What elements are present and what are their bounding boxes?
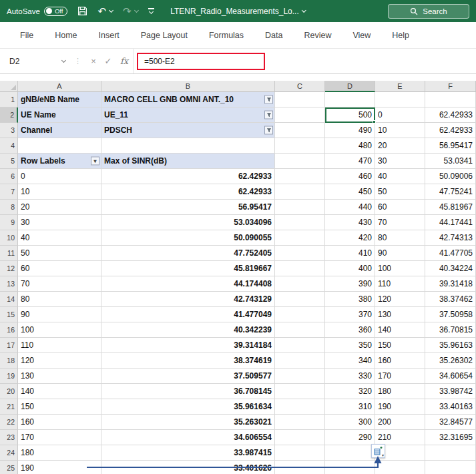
cell-B16[interactable]: 40.342239	[101, 322, 275, 338]
cell-B17[interactable]: 39.314184	[101, 338, 275, 353]
cell-C9[interactable]	[275, 215, 325, 230]
cell-D7[interactable]: 450	[325, 184, 375, 200]
row-header-11[interactable]: 11	[0, 246, 18, 261]
cell-B22[interactable]: 35.263021	[101, 415, 275, 430]
row-header-7[interactable]: 7	[0, 184, 18, 200]
cell-B13[interactable]: 44.174408	[101, 276, 275, 292]
cell-C6[interactable]	[275, 169, 325, 184]
row-header-3[interactable]: 3	[0, 123, 18, 138]
cell-D21[interactable]: 310	[325, 399, 375, 415]
cell-B6[interactable]: 62.42933	[101, 169, 275, 184]
cell-A14[interactable]: 80	[18, 292, 101, 307]
cell-F25[interactable]	[425, 461, 476, 474]
cell-B4[interactable]	[101, 138, 275, 154]
cell-E2[interactable]: 0	[375, 107, 425, 123]
cell-E16[interactable]: 140	[375, 322, 425, 338]
tab-help[interactable]: Help	[381, 31, 420, 40]
cell-C8[interactable]	[275, 200, 325, 215]
row-header-21[interactable]: 21	[0, 399, 18, 415]
filter-icon[interactable]	[264, 95, 273, 104]
row-header-4[interactable]: 4	[0, 138, 18, 154]
cell-C21[interactable]	[275, 399, 325, 415]
cell-C15[interactable]	[275, 307, 325, 322]
cell-D9[interactable]: 430	[325, 215, 375, 230]
cell-C17[interactable]	[275, 338, 325, 353]
cell-F21[interactable]: 33.40163	[425, 399, 476, 415]
cell-C10[interactable]	[275, 230, 325, 246]
cell-F17[interactable]: 35.96163	[425, 338, 476, 353]
row-header-17[interactable]: 17	[0, 338, 18, 353]
tab-data[interactable]: Data	[254, 31, 293, 40]
row-header-18[interactable]: 18	[0, 353, 18, 369]
cell-F3[interactable]: 62.42933	[425, 123, 476, 138]
cell-B18[interactable]: 38.374619	[101, 353, 275, 369]
cell-E19[interactable]: 170	[375, 369, 425, 384]
cell-D19[interactable]: 330	[325, 369, 375, 384]
undo-button[interactable]: ↶	[97, 6, 113, 16]
cell-E13[interactable]: 110	[375, 276, 425, 292]
cell-B11[interactable]: 47.752405	[101, 246, 275, 261]
row-header-5[interactable]: 5	[0, 154, 18, 169]
cell-F11[interactable]: 41.47705	[425, 246, 476, 261]
cell-B25[interactable]: 33.401626	[101, 461, 275, 474]
column-header-D[interactable]: D	[325, 81, 375, 92]
fill-handle[interactable]	[373, 120, 376, 124]
filter-icon[interactable]	[264, 126, 273, 135]
cell-C24[interactable]	[275, 445, 325, 461]
cell-B8[interactable]: 56.95417	[101, 200, 275, 215]
cell-F18[interactable]: 35.26302	[425, 353, 476, 369]
cell-F20[interactable]: 33.98742	[425, 384, 476, 399]
cell-B12[interactable]: 45.819667	[101, 261, 275, 276]
cell-F9[interactable]: 44.17441	[425, 215, 476, 230]
cell-A18[interactable]: 120	[18, 353, 101, 369]
formula-bar-resize-handle[interactable]: ⋮	[69, 57, 86, 65]
cell-B1[interactable]: MACRO CELL GNB OMNI ANT._10	[101, 92, 275, 107]
row-header-16[interactable]: 16	[0, 322, 18, 338]
cell-E3[interactable]: 10	[375, 123, 425, 138]
cell-E1[interactable]	[375, 92, 425, 107]
cell-D1[interactable]	[325, 92, 375, 107]
cell-A19[interactable]: 130	[18, 369, 101, 384]
cell-D24[interactable]	[325, 445, 375, 461]
row-header-14[interactable]: 14	[0, 292, 18, 307]
cell-F4[interactable]: 56.95417	[425, 138, 476, 154]
cell-D13[interactable]: 390	[325, 276, 375, 292]
cell-B5[interactable]: Max of SINR(dB)	[101, 154, 275, 169]
cell-A10[interactable]: 40	[18, 230, 101, 246]
cell-C14[interactable]	[275, 292, 325, 307]
row-header-19[interactable]: 19	[0, 369, 18, 384]
cell-B14[interactable]: 42.743129	[101, 292, 275, 307]
cell-D12[interactable]: 400	[325, 261, 375, 276]
tab-review[interactable]: Review	[293, 31, 342, 40]
cell-F6[interactable]: 50.09006	[425, 169, 476, 184]
cell-A7[interactable]: 10	[18, 184, 101, 200]
cell-D14[interactable]: 380	[325, 292, 375, 307]
insert-function-icon[interactable]: fx	[115, 56, 133, 66]
cell-A1[interactable]: gNB/eNB Name	[18, 92, 101, 107]
cell-B3[interactable]: PDSCH	[101, 123, 275, 138]
cell-E5[interactable]: 30	[375, 154, 425, 169]
cell-B19[interactable]: 37.509577	[101, 369, 275, 384]
cell-C18[interactable]	[275, 353, 325, 369]
row-header-22[interactable]: 22	[0, 415, 18, 430]
cell-E4[interactable]: 20	[375, 138, 425, 154]
cell-C16[interactable]	[275, 322, 325, 338]
cell-E9[interactable]: 70	[375, 215, 425, 230]
cell-F5[interactable]: 53.0341	[425, 154, 476, 169]
cell-C22[interactable]	[275, 415, 325, 430]
row-header-2[interactable]: 2	[0, 107, 18, 123]
row-header-9[interactable]: 9	[0, 215, 18, 230]
cell-C5[interactable]	[275, 154, 325, 169]
row-header-15[interactable]: 15	[0, 307, 18, 322]
cell-A9[interactable]: 30	[18, 215, 101, 230]
cell-F2[interactable]: 62.42933	[425, 107, 476, 123]
row-header-20[interactable]: 20	[0, 384, 18, 399]
cell-A4[interactable]	[18, 138, 101, 154]
cell-A3[interactable]: Channel	[18, 123, 101, 138]
cell-D8[interactable]: 440	[325, 200, 375, 215]
cell-F8[interactable]: 45.81967	[425, 200, 476, 215]
cell-A24[interactable]: 180	[18, 445, 101, 461]
cell-D6[interactable]: 460	[325, 169, 375, 184]
row-header-13[interactable]: 13	[0, 276, 18, 292]
cell-F12[interactable]: 40.34224	[425, 261, 476, 276]
